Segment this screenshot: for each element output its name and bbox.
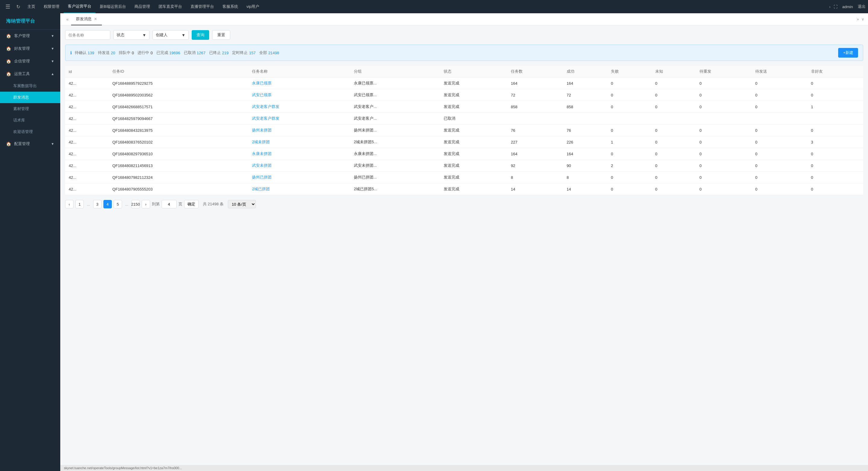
next-page-button[interactable]: › [142,200,150,208]
nav-item-permission[interactable]: 权限管理 [39,0,64,13]
table-cell: 0 [696,148,752,160]
table-cell: 0 [807,124,863,136]
nav-more-icon[interactable]: › [826,4,833,9]
page-4-button[interactable]: 4 [103,200,112,208]
table-cell: 0 [607,78,652,89]
nav-item-products[interactable]: 商品管理 [130,0,154,13]
table-cell[interactable]: 扬州未拼团 [248,124,350,136]
nav-item-fleet[interactable]: 团车直卖平台 [154,0,186,13]
table-cell[interactable]: 2城未拼团 [248,136,350,148]
jump-input[interactable] [161,200,177,208]
page-5-button[interactable]: 5 [114,200,122,208]
table-cell: 扬州已拼团... [350,172,440,183]
tab-close-icon[interactable]: ✕ [94,17,97,21]
col-retry: 待重发 [696,66,752,78]
tab-back-button[interactable]: « [64,17,71,22]
sidebar-sub-item-group-message[interactable]: 群发消息 [0,92,60,103]
stat-completed: 已完成 19696 [156,50,180,56]
table-row: 42...QF1684825979094667武安老客户群发武安老客户...已取… [65,113,863,124]
table-cell: 42... [65,101,109,113]
table-cell: 42... [65,160,109,172]
jump-confirm-button[interactable]: 确定 [184,200,198,208]
table-cell[interactable]: 2城已拼团 [248,183,350,195]
table-cell [507,113,563,124]
tab-menu-icon[interactable]: ∨ [861,17,864,22]
status-dropdown-icon: ▼ [142,33,146,37]
page-last-button[interactable]: 2150 [131,200,140,208]
table-cell: 0 [696,101,752,113]
sidebar-sub-item-scripts[interactable]: 话术库 [0,115,60,126]
table-cell: 0 [696,124,752,136]
task-name-input[interactable] [65,30,110,40]
nav-toggle-icon[interactable]: ☰ [2,3,13,10]
table-cell: QF1684807905555203 [109,183,248,195]
sidebar-item-config[interactable]: 🏠 配置管理 ▼ [0,138,60,150]
sidebar-sub-item-materials[interactable]: 素材管理 [0,103,60,115]
table-row: 42...QF1684807982112324扬州已拼团扬州已拼团...发送完成… [65,172,863,183]
table-cell: 0 [652,101,696,113]
table-cell: 0 [752,101,807,113]
info-icon: ℹ [70,50,72,55]
table-cell[interactable]: 武安老客户群发 [248,101,350,113]
table-cell [652,113,696,124]
nav-item-crm[interactable]: 客户运营平台 [64,0,96,13]
sidebar-item-ops-tools[interactable]: 🏠 运营工具 ▲ [0,67,60,80]
table-cell: 武安老客户... [350,101,440,113]
page-3-button[interactable]: 3 [93,200,101,208]
table-cell[interactable]: 武安老客户群发 [248,113,350,124]
prev-page-button[interactable]: ‹ [65,200,73,208]
nav-right: ⛶ admin 退出 [834,4,866,9]
table-cell[interactable]: 永康已领票 [248,78,350,89]
table-cell: 42... [65,136,109,148]
nav-item-newb[interactable]: 新B端运营后台 [96,0,130,13]
status-select[interactable]: 状态 ▼ [113,30,150,40]
table-header-row: id 任务ID 任务名称 分组 状态 任务数 成功 失败 未知 待重发 待发送 … [65,66,863,78]
sidebar-label-ops-tools: 运营工具 [14,71,30,77]
sidebar: 海纳管理平台 🏠 客户管理 ▼ 🏠 好友管理 ▼ 🏠 企信管理 ▼ 🏠 运营工具… [0,13,60,471]
table-cell: 72 [507,89,563,101]
nav-item-home[interactable]: 主页 [23,0,39,13]
reset-button[interactable]: 重置 [212,30,230,40]
table-cell[interactable]: 武安已领票 [248,89,350,101]
table-cell: 14 [563,183,607,195]
sidebar-label-config: 配置管理 [14,141,30,147]
table-cell: 2城已拼团5... [350,183,440,195]
table-cell [752,113,807,124]
table-cell: 0 [752,89,807,101]
sidebar-label-friends: 好友管理 [14,46,30,51]
table-cell[interactable]: 扬州已拼团 [248,172,350,183]
page-size-select[interactable]: 10 条/页 20 条/页 50 条/页 100 条/页 [228,200,256,208]
logout-button[interactable]: 退出 [858,4,866,9]
new-task-button[interactable]: +新建 [838,48,858,58]
nav-item-service[interactable]: 客服系统 [218,0,242,13]
nav-item-live[interactable]: 直播管理平台 [186,0,218,13]
table-cell: 武安未拼团... [350,160,440,172]
table-row: 42...QF1684808297936510永康未拼团永康未拼团...发送完成… [65,148,863,160]
table-cell: 164 [507,148,563,160]
table-cell: QF1684808376520102 [109,136,248,148]
table-cell: 0 [696,172,752,183]
creator-select[interactable]: 创建人 ▼ [153,30,189,40]
table-cell[interactable]: 永康未拼团 [248,148,350,160]
sidebar-item-friends[interactable]: 🏠 好友管理 ▼ [0,42,60,55]
creator-dropdown-icon: ▼ [181,33,185,37]
creator-label: 创建人 [156,32,167,38]
sidebar-item-enterprise[interactable]: 🏠 企信管理 ▼ [0,55,60,67]
fullscreen-icon[interactable]: ⛶ [834,4,838,9]
query-button[interactable]: 查询 [192,30,209,40]
col-fail: 失败 [607,66,652,78]
table-cell: 发送完成 [440,160,507,172]
tab-forward-icon[interactable]: » [857,17,859,22]
sidebar-sub-item-welcome[interactable]: 欢迎语管理 [0,126,60,138]
nav-item-vip[interactable]: vip用户 [242,0,264,13]
table-row: 42...QF1684889579229275永康已领票永康已领票...发送完成… [65,78,863,89]
page-1-button[interactable]: 1 [75,200,84,208]
nav-refresh-icon[interactable]: ↻ [13,4,23,10]
tab-group-message[interactable]: 群发消息 ✕ [71,13,102,25]
chevron-up-icon: ▲ [51,72,54,76]
table-cell: QF1684826688517571 [109,101,248,113]
table-cell[interactable]: 武安未拼团 [248,160,350,172]
sidebar-sub-item-car-export[interactable]: 车展数据导出 [0,80,60,92]
tab-actions: » ∨ [857,17,864,22]
sidebar-item-customers[interactable]: 🏠 客户管理 ▼ [0,30,60,42]
